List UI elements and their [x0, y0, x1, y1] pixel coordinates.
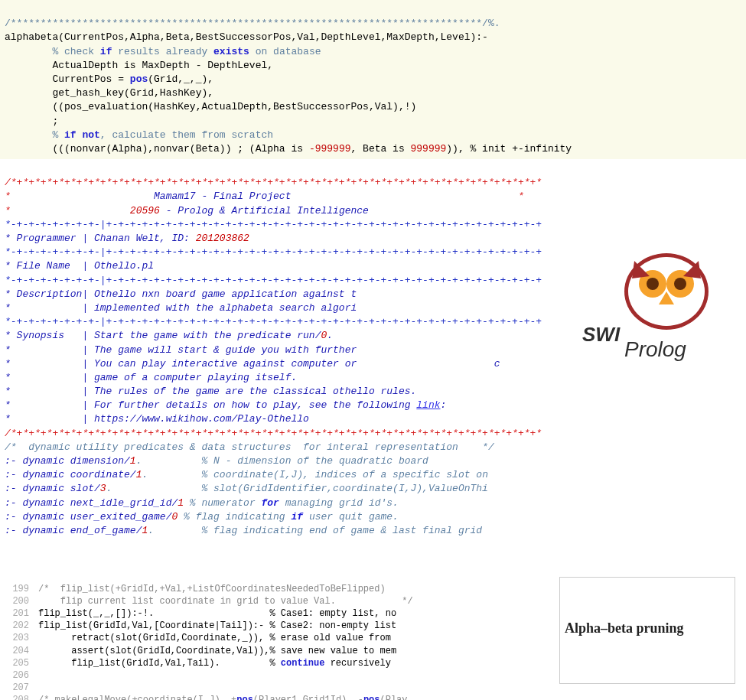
comment-line: % if not, calculate them from scratch	[5, 129, 273, 141]
svg-point-4	[647, 278, 659, 290]
dynamic-decl: :- dynamic user_exited_game/0 % flag ind…	[5, 511, 399, 523]
synopsis-line: * | https://www.wikihow.com/Play-Othello	[5, 413, 309, 425]
line-number: 201	[5, 607, 29, 620]
line-number: 208	[5, 694, 29, 700]
code-line: ((pos_evaluation(HashKey,ActualDepth,Bes…	[5, 101, 416, 112]
code-text: flip_list(GridId,Val,[Coordinate|Tail]):…	[38, 620, 396, 631]
svg-point-1	[628, 257, 705, 326]
code-text: assert(slot(GridId,Coordinate,Val)),% sa…	[38, 646, 396, 656]
programmer-line: * Programmer | Chanan Welt, ID: 20120386…	[5, 233, 249, 244]
code-text: flip current list coordinate in grid to …	[38, 596, 413, 607]
title-line: * 20596 - Prolog & Artificial Intelligen…	[5, 205, 369, 217]
swi-prolog-logo: SWI Prolog	[555, 236, 715, 358]
line-number: 199	[5, 583, 29, 595]
line-number: 203	[5, 632, 29, 644]
description-line: * | implemented with the alphabeta searc…	[5, 302, 357, 314]
synopsis-line: * | For further details on how to play, …	[5, 399, 446, 411]
svg-point-5	[674, 278, 686, 290]
divider-stars: /***************************************…	[5, 18, 500, 29]
dynamic-decl: :- dynamic coordinate/1. % coordinate(I,…	[5, 469, 488, 480]
svg-marker-7	[632, 261, 650, 278]
line-number: 204	[5, 645, 29, 657]
svg-text:SWI: SWI	[582, 323, 621, 346]
sep-line: *-+-+-+-+-+-+-+-|+-+-+-+-+-+-+-+-+-+-+-+…	[5, 316, 542, 327]
svg-text:Prolog: Prolog	[624, 337, 686, 361]
code-panel-bottom: 199/* flip_list(+GridId,+Val,+ListOfCoor…	[0, 569, 746, 701]
line-number: 200	[5, 595, 29, 607]
synopsis-line: * | The rules of the game are the classi…	[5, 386, 416, 397]
sep-line: *-+-+-+-+-+-+-+-|+-+-+-+-+-+-+-+-+-+-+-+…	[5, 275, 542, 286]
code-line: get_hash_key(Grid,HashKey),	[5, 87, 213, 99]
border-line: /*+*+*+*+*+*+*+*+*+*+*+*+*+*+*+*+*+*+*+*…	[5, 428, 542, 439]
alpha-beta-title: Alpha–beta pruning	[565, 619, 730, 637]
svg-point-0	[624, 253, 709, 330]
code-line: ActualDepth is MaxDepth - DepthLevel,	[5, 60, 273, 71]
comment-line: % check if results already exists on dat…	[5, 46, 321, 57]
code-line: alphabeta(CurrentPos,Alpha,Beta,BestSucc…	[5, 31, 488, 43]
section-comment: /* dynamic utility predicates & data str…	[5, 441, 494, 453]
line-number: 207	[5, 682, 29, 694]
title-line: * Mamam17 - Final Project *	[5, 190, 524, 202]
svg-marker-6	[659, 291, 674, 304]
sep-line: *-+-+-+-+-+-+-+-|+-+-+-+-+-+-+-+-+-+-+-+…	[5, 246, 542, 258]
code-panel-top: /***************************************…	[0, 0, 746, 159]
filename-line: * File Name | Othello.pl	[5, 260, 154, 272]
dynamic-decl: :- dynamic slot/3. % slot(GridIdentifier…	[5, 483, 488, 494]
dynamic-decl: :- dynamic end_of_game/1. % flag indicat…	[5, 525, 482, 536]
header-comment-block: /*+*+*+*+*+*+*+*+*+*+*+*+*+*+*+*+*+*+*+*…	[0, 159, 746, 568]
code-text: retract(slot(GridId,Coordinate,_)), % er…	[38, 633, 391, 643]
code-text: /* flip_list(+GridId,+Val,+ListOfCoordin…	[38, 584, 386, 594]
synopsis-line: * | game of a computer playing itself.	[5, 372, 297, 383]
svg-point-3	[666, 270, 694, 298]
code-text: flip_list(GridId,Val,Tail). % continue r…	[38, 658, 391, 669]
description-line: * Description| Othello nxn board game ap…	[5, 288, 357, 300]
border-line: /*+*+*+*+*+*+*+*+*+*+*+*+*+*+*+*+*+*+*+*…	[5, 177, 542, 188]
svg-marker-8	[683, 261, 701, 278]
code-line: CurrentPos = pos(Grid,_,_),	[5, 73, 213, 85]
code-text: flip_list(_,_,[]):-!. % Case1: empty lis…	[38, 608, 396, 619]
svg-point-2	[639, 270, 666, 298]
line-number: 206	[5, 669, 29, 682]
code-text	[38, 670, 44, 681]
alpha-beta-tree-diagram: MAX MIN MAX	[565, 679, 730, 700]
dynamic-decl: :- dynamic dimension/1. % N - dimension …	[5, 455, 428, 467]
code-text: /* makeLegalMove(+coordinate(I,J), +pos(…	[38, 695, 408, 700]
code-text	[38, 682, 44, 693]
code-line: (((nonvar(Alpha),nonvar(Beta)) ; (Alpha …	[5, 143, 572, 155]
code-line: ;	[5, 116, 58, 127]
dynamic-decl: :- dynamic next_idle_grid_id/1 % numerat…	[5, 497, 399, 509]
synopsis-line: * | You can play interactive against com…	[5, 358, 500, 370]
synopsis-line: * Synopsis | Start the game with the pre…	[5, 330, 333, 341]
line-number: 202	[5, 620, 29, 632]
synopsis-line: * | The game will start & guide you with…	[5, 344, 357, 356]
sep-line: *-+-+-+-+-+-+-+-|+-+-+-+-+-+-+-+-+-+-+-+…	[5, 219, 542, 230]
alpha-beta-infobox: Alpha–beta pruning MAX MIN MAX	[559, 577, 735, 684]
line-number: 205	[5, 657, 29, 669]
